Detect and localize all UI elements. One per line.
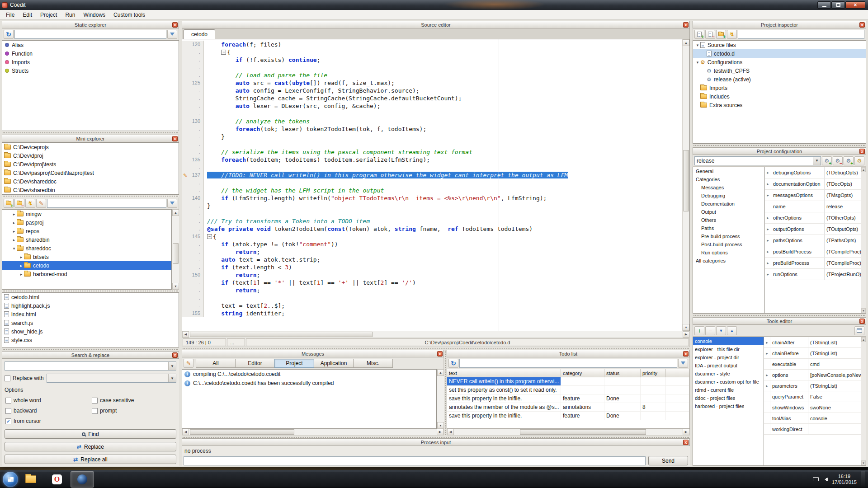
- add-configuration-button[interactable]: ⚙+: [822, 156, 832, 165]
- expander-icon[interactable]: ▸: [19, 263, 24, 268]
- property-row[interactable]: ▸preBuildProcess(TCompileProc): [765, 258, 861, 269]
- code-line[interactable]: . auto lexer = DLexer(src, config, &cach…: [182, 102, 682, 110]
- tool-item[interactable]: ddoc - project files: [693, 394, 764, 402]
- favorite-folder-item[interactable]: C:\Dev\pasproj\Coedit\lazproj\test: [2, 169, 179, 177]
- tool-item[interactable]: rdmd - current file: [693, 386, 764, 394]
- property-row[interactable]: ▸chainBefore(TStringList): [764, 348, 861, 359]
- fold-marker-icon[interactable]: −: [221, 50, 226, 55]
- menu-item-project[interactable]: Project: [36, 10, 61, 19]
- files-list[interactable]: cetodo.htmlhighlight.pack.jsindex.htmlse…: [2, 292, 179, 347]
- code-line[interactable]: 150 return;: [182, 271, 682, 279]
- menu-item-file[interactable]: File: [2, 10, 19, 19]
- property-row[interactable]: ▸postBuildProcess(TCompileProc): [765, 246, 861, 258]
- editor-vertical-scrollbar[interactable]: ▲ ▼: [682, 39, 689, 331]
- minimize-button[interactable]: [817, 1, 831, 9]
- code-line[interactable]: .@safe private void token2TodoItem(const…: [182, 225, 682, 233]
- splitter-handle[interactable]: [2, 347, 179, 351]
- gutter-cell[interactable]: .: [182, 133, 204, 141]
- gutter-cell[interactable]: 140: [182, 194, 204, 202]
- config-category-item[interactable]: General: [693, 167, 764, 175]
- filter-button[interactable]: [678, 359, 688, 368]
- option-checkbox-backward[interactable]: backward: [5, 407, 90, 415]
- expander-icon[interactable]: ▸: [11, 229, 17, 234]
- scroll-thumb[interactable]: [520, 429, 646, 435]
- config-category-item[interactable]: Categories: [693, 175, 764, 183]
- config-category-item[interactable]: Output: [693, 208, 764, 216]
- code-line[interactable]: .}: [182, 202, 682, 210]
- refresh-todo-button[interactable]: ↻: [448, 359, 458, 368]
- close-panel-icon[interactable]: x: [859, 22, 865, 28]
- project-tree[interactable]: ▾Source filescetodo.d▾⚙Configurations⚙te…: [693, 40, 866, 144]
- move-tool-down-button[interactable]: ▼: [716, 326, 726, 335]
- filter-button[interactable]: [167, 199, 177, 208]
- favorite-folder-item[interactable]: C:\Dev\shareddoc: [2, 177, 179, 186]
- property-row[interactable]: ▸runOptions(TProjectRunO): [765, 269, 861, 280]
- gutter-cell[interactable]: 130: [182, 117, 204, 125]
- inspector-node[interactable]: Includes: [693, 92, 866, 101]
- option-checkbox-prompt[interactable]: prompt: [92, 407, 176, 415]
- configuration-categories[interactable]: GeneralCategoriesMessagesDebuggingDocume…: [693, 167, 765, 314]
- file-item[interactable]: index.html: [2, 310, 179, 319]
- scroll-right-icon[interactable]: ▶: [683, 331, 689, 338]
- code-editor[interactable]: 120 foreach(f; files). −{. if (!f.exists…: [182, 39, 682, 331]
- tool-item[interactable]: IDA - project output: [693, 361, 764, 370]
- configuration-select[interactable]: release ▼: [694, 156, 821, 165]
- favorite-folder-item[interactable]: C:\Dev\dproj: [2, 151, 179, 160]
- move-tool-up-button[interactable]: ▲: [727, 326, 737, 335]
- remove-favorite-button[interactable]: −: [14, 199, 24, 208]
- explorer-tree-node[interactable]: ▸harbored-mod: [2, 270, 171, 278]
- code-line[interactable]: . foreach(tok; lexer) token2TodoItem(tok…: [182, 125, 682, 133]
- todo-row[interactable]: save this property in the inifile.featur…: [447, 412, 689, 420]
- gutter-cell[interactable]: .: [182, 302, 204, 310]
- property-expander-icon[interactable]: ▸: [764, 370, 770, 380]
- property-row[interactable]: workingDirect: [764, 424, 861, 435]
- scroll-down-icon[interactable]: ▼: [437, 422, 444, 429]
- config-category-item[interactable]: Messages: [693, 183, 764, 192]
- property-row[interactable]: ▸options[poNewConsole,poNew: [764, 370, 861, 380]
- volume-icon[interactable]: [823, 478, 828, 481]
- todo-column-header-status[interactable]: status: [604, 369, 641, 377]
- todo-column-header-text[interactable]: text: [447, 369, 561, 377]
- expander-icon[interactable]: ▸: [19, 272, 24, 277]
- send-button[interactable]: Send: [648, 456, 688, 465]
- scroll-thumb[interactable]: [683, 150, 689, 211]
- todo-column-header-category[interactable]: category: [561, 369, 604, 377]
- gutter-cell[interactable]: .: [182, 56, 204, 64]
- option-checkbox-whole-word[interactable]: whole word: [5, 396, 90, 404]
- remove-source-button[interactable]: −: [705, 30, 715, 39]
- expander-icon[interactable]: ▾: [695, 60, 700, 65]
- code-line[interactable]: . if (!f.exists) continue;: [182, 56, 682, 64]
- gutter-cell[interactable]: 145: [182, 233, 204, 240]
- property-row[interactable]: ▸debugingOptions(TDebugOpts): [765, 167, 861, 178]
- close-panel-icon[interactable]: x: [683, 22, 689, 28]
- code-line[interactable]: . return;: [182, 248, 682, 256]
- scroll-up-icon[interactable]: ▲: [172, 209, 179, 216]
- favorite-folder-item[interactable]: C:\Dev\sharedbin: [2, 186, 179, 194]
- replace-all-button[interactable]: ⇄ Replace all: [5, 455, 176, 464]
- explorer-tree-node[interactable]: ▸cetodo: [2, 261, 171, 270]
- static-explorer-list[interactable]: AliasFunctionImportsStructs: [2, 40, 179, 131]
- property-row[interactable]: toolAliasconsole: [764, 413, 861, 424]
- messages-filter-project[interactable]: Project: [274, 359, 314, 368]
- inspector-node[interactable]: cetodo.d: [693, 49, 866, 58]
- inspector-node[interactable]: Extra sources: [693, 101, 866, 109]
- add-tool-button[interactable]: +: [694, 326, 704, 335]
- code-line[interactable]: .: [182, 110, 682, 117]
- window-titlebar[interactable]: Coedit ×: [0, 0, 868, 10]
- gutter-cell[interactable]: .: [182, 240, 204, 248]
- static-explorer-item[interactable]: Alias: [2, 41, 179, 49]
- close-panel-icon[interactable]: x: [172, 352, 178, 358]
- scroll-right-icon[interactable]: ▶: [683, 429, 689, 435]
- gutter-cell[interactable]: .: [182, 294, 204, 302]
- maximize-button[interactable]: [831, 1, 845, 9]
- code-line[interactable]: . if (text.length < 3): [182, 263, 682, 271]
- close-panel-icon[interactable]: x: [859, 319, 865, 324]
- code-line[interactable]: . // serialize the items using the pasca…: [182, 148, 682, 156]
- property-row[interactable]: ▸messagesOptions(TMsgOpts): [765, 190, 861, 201]
- code-line[interactable]: 120 foreach(f; files): [182, 41, 682, 48]
- code-line[interactable]: ./// Try to transforms a Token into a TO…: [182, 217, 682, 225]
- property-row[interactable]: ▸otherOptions(TOtherOpts): [765, 212, 861, 224]
- favorites-list[interactable]: C:\Dev\ceprojsC:\Dev\dprojC:\Dev\dproj\t…: [2, 142, 179, 195]
- scroll-down-icon[interactable]: ▼: [861, 308, 866, 313]
- sync-configuration-button[interactable]: ⚙: [854, 156, 864, 165]
